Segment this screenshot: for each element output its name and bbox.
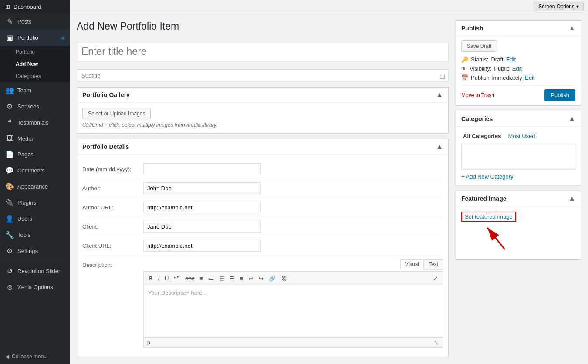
undo-button[interactable]: ↩ bbox=[247, 274, 256, 283]
publish-box: Publish ▲ Save Draft 🔑 Status: Draft Edi… bbox=[456, 20, 581, 106]
publish-button[interactable]: Publish bbox=[544, 89, 575, 101]
visibility-value: Public bbox=[494, 65, 509, 72]
editor-tabs: Visual Text bbox=[143, 259, 443, 270]
gallery-body: Select or Upload Images Ctrl/Cmd + click… bbox=[77, 103, 448, 133]
collapse-icon: ◀ bbox=[5, 354, 9, 360]
portfolio-details-box: Portfolio Details ▲ Date (mm.dd.yyyy): A… bbox=[77, 139, 449, 357]
featured-image-box: Featured Image ▲ Set featured image bbox=[456, 191, 581, 260]
publish-time-edit-link[interactable]: Edit bbox=[525, 74, 534, 81]
set-featured-image-link[interactable]: Set featured image bbox=[461, 212, 516, 222]
sidebar-item-label: Media bbox=[17, 135, 33, 142]
subtitle-input[interactable] bbox=[77, 69, 449, 82]
ul-button[interactable]: ≡ bbox=[197, 274, 205, 283]
sidebar-item-xenia-options[interactable]: ⊛ Xenia Options bbox=[0, 279, 70, 295]
sidebar-item-revolution-slider[interactable]: ↺ Revolution Slider bbox=[0, 263, 70, 279]
client-input[interactable] bbox=[143, 221, 261, 233]
sidebar-item-label: Portfolio bbox=[17, 34, 38, 41]
editor-content-area[interactable]: Your Description here... bbox=[144, 285, 443, 337]
cat-tab-all[interactable]: All Categories bbox=[461, 132, 503, 140]
strikethrough-button[interactable]: abc bbox=[183, 274, 196, 283]
save-draft-button[interactable]: Save Draft bbox=[461, 40, 497, 52]
move-to-trash-link[interactable]: Move to Trash bbox=[461, 92, 494, 98]
gallery-title: Portfolio Gallery bbox=[82, 91, 130, 98]
sidebar-sub-categories[interactable]: Categories bbox=[10, 70, 70, 82]
sidebar-item-label: Revolution Slider bbox=[17, 268, 60, 274]
chevron-down-icon: ▾ bbox=[576, 3, 579, 10]
collapse-menu-button[interactable]: ◀ Collapse menu bbox=[0, 349, 70, 364]
topbar: Screen Options ▾ bbox=[70, 0, 588, 13]
align-left-button[interactable]: ⬱ bbox=[217, 273, 226, 283]
unlink-button[interactable]: ⛓ bbox=[279, 274, 289, 283]
screen-options-label: Screen Options bbox=[538, 3, 574, 10]
categories-toggle[interactable]: ▲ bbox=[568, 115, 575, 123]
bold-button[interactable]: B bbox=[146, 274, 155, 283]
publish-toggle[interactable]: ▲ bbox=[568, 24, 575, 32]
tab-visual[interactable]: Visual bbox=[400, 259, 424, 270]
screen-options-button[interactable]: Screen Options ▾ bbox=[534, 2, 584, 11]
page-title: Add New Portfolio Item bbox=[77, 20, 449, 32]
sidebar-logo[interactable]: ⊞ Dashboard bbox=[0, 0, 70, 13]
main-column: Add New Portfolio Item ▤ Portfolio Galle… bbox=[77, 20, 449, 357]
author-input[interactable] bbox=[143, 182, 261, 194]
revolution-slider-icon: ↺ bbox=[5, 267, 14, 275]
underline-button[interactable]: U bbox=[162, 274, 171, 283]
editor-placeholder: Your Description here... bbox=[148, 290, 207, 296]
status-edit-link[interactable]: Edit bbox=[506, 56, 516, 63]
sidebar-item-media[interactable]: 🖼 Media bbox=[0, 131, 70, 146]
sidebar-item-users[interactable]: 👤 Users bbox=[0, 211, 70, 227]
author-url-input[interactable] bbox=[143, 202, 261, 213]
sidebar-item-settings[interactable]: ⚙ Settings bbox=[0, 243, 70, 259]
sidebar-item-label: Pages bbox=[17, 151, 34, 158]
resize-handle[interactable]: ⤡ bbox=[434, 339, 439, 346]
sidebar-item-portfolio[interactable]: ▣ Portfolio ◀ bbox=[0, 30, 70, 46]
client-field bbox=[143, 221, 443, 233]
sidebar-item-services[interactable]: ⚙ Services bbox=[0, 98, 70, 115]
title-input[interactable] bbox=[77, 42, 449, 61]
align-center-button[interactable]: ☰ bbox=[227, 274, 237, 283]
sidebar-item-plugins[interactable]: 🔌 Plugins bbox=[0, 195, 70, 211]
featured-image-toggle[interactable]: ▲ bbox=[568, 195, 575, 202]
tab-text[interactable]: Text bbox=[424, 259, 443, 270]
description-label: Description: bbox=[82, 259, 143, 268]
posts-icon: ✎ bbox=[5, 17, 14, 26]
sidebar-item-testimonials[interactable]: ❝ Testimonials bbox=[0, 115, 70, 131]
settings-icon: ⚙ bbox=[5, 247, 14, 255]
sidebar-sub-portfolio[interactable]: Portfolio bbox=[10, 46, 70, 58]
sidebar-item-tools[interactable]: 🔧 Tools bbox=[0, 227, 70, 243]
dashboard-icon: ⊞ bbox=[5, 3, 10, 10]
visibility-edit-link[interactable]: Edit bbox=[512, 65, 522, 72]
cat-tab-most-used[interactable]: Most Used bbox=[506, 132, 537, 140]
select-upload-images-button[interactable]: Select or Upload Images bbox=[82, 108, 151, 119]
date-input[interactable] bbox=[143, 163, 261, 175]
sidebar-sub-add-new[interactable]: Add New bbox=[10, 58, 70, 70]
editor-tag: p bbox=[147, 340, 150, 346]
redo-button[interactable]: ↪ bbox=[257, 274, 266, 283]
portfolio-gallery-box: Portfolio Gallery ▲ Select or Upload Ima… bbox=[77, 87, 449, 134]
publish-body: Save Draft 🔑 Status: Draft Edit 👁 Visibi… bbox=[456, 36, 581, 105]
publish-title: Publish bbox=[461, 25, 483, 32]
client-label: Client: bbox=[82, 221, 143, 230]
sidebar-item-comments[interactable]: 💬 Comments bbox=[0, 162, 70, 179]
details-toggle[interactable]: ▲ bbox=[436, 143, 443, 151]
link-button[interactable]: 🔗 bbox=[267, 274, 278, 283]
gallery-toggle[interactable]: ▲ bbox=[436, 91, 443, 99]
align-right-button[interactable]: ≡ bbox=[238, 274, 246, 283]
featured-image-body: Set featured image bbox=[456, 206, 581, 259]
add-new-category-link[interactable]: + Add New Category bbox=[461, 173, 514, 180]
categories-body: All Categories Most Used + Add New Categ… bbox=[456, 127, 581, 185]
sidebar-item-pages[interactable]: 📄 Pages bbox=[0, 146, 70, 162]
sidebar-item-posts[interactable]: ✎ Posts bbox=[0, 13, 70, 30]
client-url-input[interactable] bbox=[143, 240, 261, 252]
status-row: 🔑 Status: Draft Edit bbox=[461, 56, 575, 63]
calendar-icon: 📅 bbox=[461, 74, 468, 81]
sidebar-item-team[interactable]: 👥 Team bbox=[0, 82, 70, 98]
sidebar-item-label: Xenia Options bbox=[17, 284, 53, 290]
fullscreen-button[interactable]: ⤢ bbox=[431, 274, 440, 283]
sidebar-item-appearance[interactable]: 🎨 Appearance bbox=[0, 179, 70, 195]
publish-time-label: Publish bbox=[471, 74, 490, 81]
sidebar-item-label: Services bbox=[17, 103, 39, 110]
featured-image-header: Featured Image ▲ bbox=[456, 191, 581, 206]
italic-button[interactable]: I bbox=[155, 274, 162, 283]
ol-button[interactable]: ≔ bbox=[206, 274, 216, 283]
blockquote-button[interactable]: ❝❞ bbox=[172, 274, 182, 283]
